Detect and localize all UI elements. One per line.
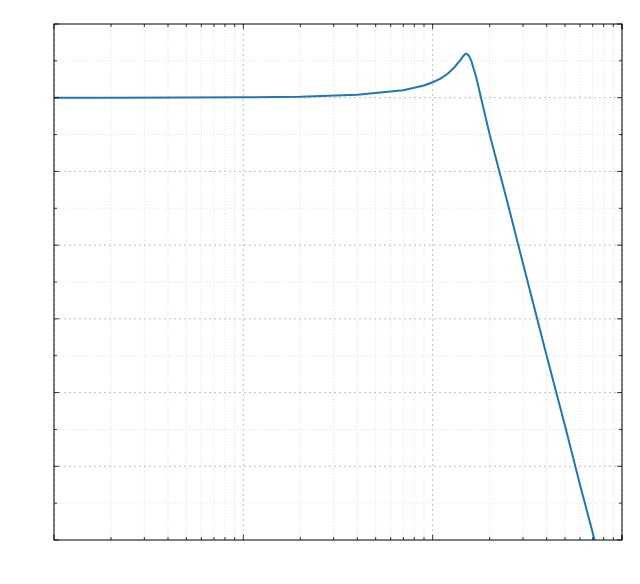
chart-container: [0, 0, 640, 584]
svg-rect-1: [54, 24, 622, 540]
line-chart: [0, 0, 640, 584]
